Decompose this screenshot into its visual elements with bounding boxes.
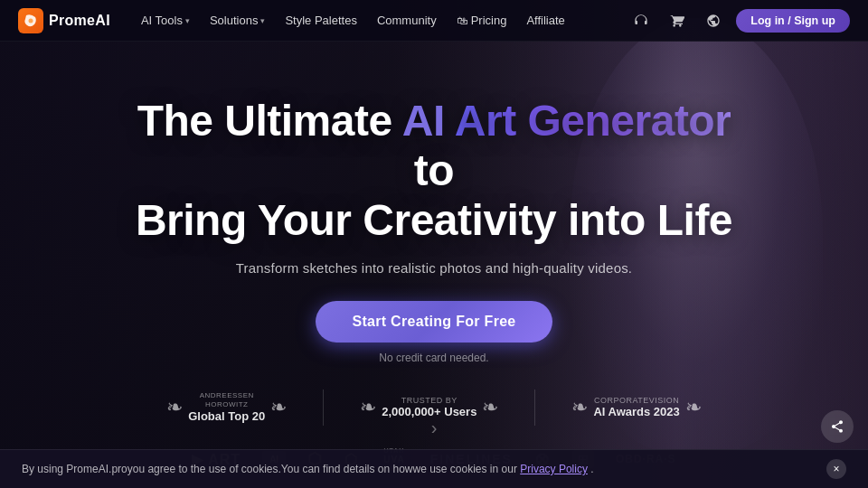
laurel-right-1: ❧: [270, 396, 287, 419]
cta-button[interactable]: Start Creating For Free: [316, 301, 552, 343]
headset-icon-btn[interactable]: [627, 7, 655, 34]
stat-text-1: andreessenhorowitz Global Top 20: [188, 391, 265, 422]
hero-title-part2: to: [414, 146, 454, 194]
cookie-message: By using PromeAI.proyou agree to the use…: [22, 463, 520, 475]
stat-item-awards: ❧ corporatevision AI Awards 2023 ❧: [571, 396, 701, 419]
stat-divider-2: [534, 389, 535, 426]
logo-svg: [24, 14, 38, 28]
scroll-chevron: ›: [431, 418, 438, 438]
privacy-policy-link[interactable]: Privacy Policy: [520, 463, 588, 475]
stat-laurel-1: ❧ andreessenhorowitz Global Top 20 ❧: [166, 391, 287, 422]
stat-divider-1: [323, 389, 324, 426]
hero-title: The Ultimate AI Art Generator to Bring Y…: [127, 96, 741, 246]
hero-content: The Ultimate AI Art Generator to Bring Y…: [0, 42, 868, 364]
stat-text-2: Trusted by 2,000,000+ Users: [382, 396, 476, 418]
laurel-right-2: ❧: [482, 396, 498, 419]
stat-item-users: ❧ Trusted by 2,000,000+ Users ❧: [360, 396, 498, 419]
nav-community[interactable]: Community: [368, 8, 446, 33]
nav-ai-tools[interactable]: AI Tools ▾: [132, 8, 199, 33]
no-card-text: No credit card needed.: [379, 352, 488, 364]
share-button[interactable]: [821, 410, 854, 443]
hero-title-line2: Bring Your Creativity into Life: [136, 196, 732, 244]
nav-right: Log in / Sign up: [627, 7, 850, 34]
globe-icon-btn[interactable]: [700, 7, 727, 34]
stat-value-1: Global Top 20: [188, 409, 265, 423]
logo-icon: [18, 8, 43, 33]
stat-source-1: andreessenhorowitz: [188, 391, 265, 408]
cookie-text: By using PromeAI.proyou agree to the use…: [22, 463, 812, 475]
hero-title-part1: The Ultimate: [137, 97, 402, 145]
globe-icon: [706, 14, 721, 28]
stat-value-2: 2,000,000+ Users: [382, 405, 476, 418]
stat-laurel-3: ❧ corporatevision AI Awards 2023 ❧: [571, 396, 701, 419]
cookie-banner: By using PromeAI.proyou agree to the use…: [0, 449, 868, 488]
nav-style-palettes[interactable]: Style Palettes: [276, 8, 366, 33]
cookie-close-button[interactable]: ×: [826, 459, 846, 479]
login-button[interactable]: Log in / Sign up: [736, 9, 850, 33]
brand-name: PromeAI: [49, 13, 110, 29]
share-icon: [830, 419, 844, 434]
stat-source-2: Trusted by: [382, 396, 476, 405]
headset-icon: [634, 14, 648, 28]
laurel-right-3: ❧: [685, 396, 702, 419]
svg-point-0: [29, 18, 33, 23]
nav-solutions-chevron: ▾: [260, 16, 265, 25]
nav-pricing[interactable]: 🛍 Pricing: [448, 8, 516, 33]
stat-value-3: AI Awards 2023: [593, 405, 679, 418]
laurel-left-2: ❧: [360, 396, 376, 419]
nav-ai-tools-chevron: ▾: [185, 16, 190, 25]
hero-subtitle: Transform sketches into realistic photos…: [236, 260, 633, 276]
logo[interactable]: PromeAI: [18, 8, 110, 33]
cart-icon: [670, 14, 684, 28]
hero-title-art: Art Generator: [455, 97, 731, 145]
nav-affiliate[interactable]: Affiliate: [517, 8, 573, 33]
stat-text-3: corporatevision AI Awards 2023: [593, 396, 679, 418]
laurel-left-1: ❧: [166, 396, 183, 419]
laurel-left-3: ❧: [571, 396, 588, 419]
stat-laurel-2: ❧ Trusted by 2,000,000+ Users ❧: [360, 396, 498, 419]
cookie-period: .: [590, 463, 593, 475]
nav-solutions[interactable]: Solutions ▾: [201, 8, 274, 33]
navbar: PromeAI AI Tools ▾ Solutions ▾ Style Pal…: [0, 0, 868, 42]
hero-title-ai: AI: [402, 97, 455, 145]
stat-source-3: corporatevision: [593, 396, 679, 405]
cart-icon-btn[interactable]: [664, 7, 691, 34]
nav-links: AI Tools ▾ Solutions ▾ Style Palettes Co…: [132, 8, 627, 33]
stat-item-global-top: ❧ andreessenhorowitz Global Top 20 ❧: [166, 391, 287, 422]
